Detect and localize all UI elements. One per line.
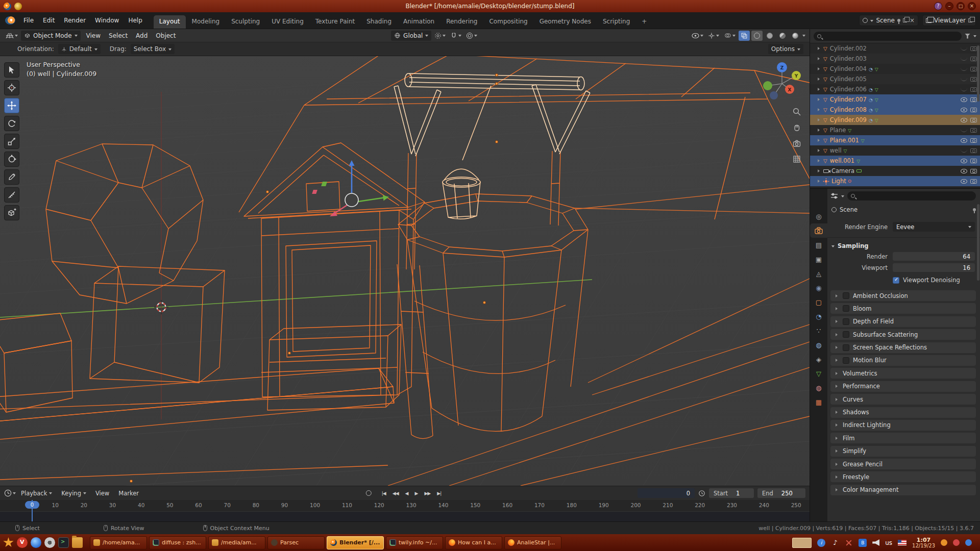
tab-object-data[interactable] xyxy=(810,366,827,381)
expand-icon[interactable] xyxy=(836,437,839,440)
object-name[interactable]: Cylinder.008 xyxy=(830,106,867,113)
workspace-tab[interactable]: Scripting xyxy=(597,15,635,29)
expand-icon[interactable] xyxy=(818,67,821,70)
object-name[interactable]: Camera xyxy=(831,167,854,174)
measure-tool[interactable] xyxy=(4,187,19,203)
render-visibility-icon[interactable] xyxy=(970,138,977,143)
properties-section-header[interactable]: Subsurface Scattering xyxy=(830,329,976,340)
visibility-eye-icon[interactable] xyxy=(961,169,967,173)
sampling-section-title[interactable]: Sampling xyxy=(838,242,869,249)
visibility-eye-closed-icon[interactable] xyxy=(961,47,967,51)
visibility-eye-icon[interactable] xyxy=(961,97,967,102)
overlays-toggle-button[interactable] xyxy=(722,31,737,41)
outliner-row[interactable]: Cylinder.008 xyxy=(810,105,980,115)
section-checkbox[interactable] xyxy=(843,357,849,364)
viewport-menu-item[interactable]: Select xyxy=(105,31,132,40)
expand-icon[interactable] xyxy=(836,359,839,362)
outliner-row[interactable]: Plane.001 xyxy=(810,135,980,145)
bluetooth-tray-icon[interactable] xyxy=(859,539,867,547)
section-checkbox[interactable] xyxy=(843,331,849,338)
taskbar-window-button[interactable]: /media/am... xyxy=(208,536,265,549)
visibility-eye-icon[interactable] xyxy=(961,159,967,163)
titlebar[interactable]: Blender* [/home/amalie/Desktop/blender/s… xyxy=(0,0,980,12)
tab-modifiers[interactable] xyxy=(810,309,827,323)
filter-icon[interactable] xyxy=(965,34,970,39)
expand-icon[interactable] xyxy=(818,78,821,81)
expand-icon[interactable] xyxy=(818,169,821,172)
scale-tool[interactable] xyxy=(4,134,19,149)
transport-button[interactable]: ▶▶ xyxy=(422,489,433,497)
menu-item[interactable]: Window xyxy=(91,15,123,26)
terminal-icon[interactable] xyxy=(58,537,69,548)
properties-section-header[interactable]: Shadows xyxy=(830,407,976,418)
render-visibility-icon[interactable] xyxy=(970,118,977,122)
mode-selector[interactable]: Object Mode xyxy=(21,31,81,41)
outliner-row[interactable]: Light xyxy=(810,176,980,186)
expand-icon[interactable] xyxy=(818,47,821,50)
shading-material-button[interactable] xyxy=(777,31,788,41)
outliner-row[interactable]: Cylinder.009 xyxy=(810,115,980,125)
properties-section-header[interactable]: Grease Pencil xyxy=(830,459,976,469)
keyboard-layout-indicator[interactable]: us xyxy=(885,539,892,546)
outliner-row[interactable]: Cylinder.002 xyxy=(810,43,980,54)
outliner-row[interactable]: Cylinder.003 xyxy=(810,54,980,64)
viewport-denoising-checkbox[interactable] xyxy=(893,277,899,284)
taskbar-window-button[interactable]: /home/ama... xyxy=(90,536,147,549)
auto-keying-toggle[interactable] xyxy=(366,490,372,496)
properties-search-input[interactable] xyxy=(847,191,976,201)
zoom-icon[interactable] xyxy=(792,107,801,116)
workspace-tab[interactable]: + xyxy=(636,15,652,29)
expand-icon[interactable] xyxy=(818,108,821,111)
status-dot-red-icon[interactable] xyxy=(953,539,960,546)
clipboard-tray-icon[interactable] xyxy=(845,539,853,547)
expand-icon[interactable] xyxy=(818,118,821,121)
shading-wireframe-button[interactable] xyxy=(751,31,763,41)
expand-icon[interactable] xyxy=(836,463,839,466)
properties-section-header[interactable]: Simplify xyxy=(830,446,976,457)
render-visibility-icon[interactable] xyxy=(970,108,977,112)
tab-view-layer[interactable] xyxy=(810,252,827,266)
blender-logo-icon[interactable] xyxy=(5,16,15,24)
orientation-setting-dropdown[interactable]: Default xyxy=(58,44,101,54)
chevron-down-icon[interactable] xyxy=(13,492,16,496)
tab-physics[interactable] xyxy=(810,338,827,352)
maximize-button[interactable] xyxy=(957,2,965,10)
transport-button[interactable]: ▶ xyxy=(412,489,421,497)
viewport-menu-item[interactable]: Object xyxy=(152,31,180,40)
vlc-icon[interactable] xyxy=(17,537,28,548)
samples-render-field[interactable]: 64 xyxy=(893,252,975,261)
expand-icon[interactable] xyxy=(836,333,839,336)
outliner-row[interactable]: Cylinder.006 xyxy=(810,84,980,94)
annotate-tool[interactable] xyxy=(4,169,19,185)
taskbar-window-button[interactable]: twily.info ~/... xyxy=(386,536,443,549)
pin-icon[interactable] xyxy=(897,19,900,22)
object-name[interactable]: Cylinder.002 xyxy=(830,45,867,52)
object-name[interactable]: Cylinder.009 xyxy=(830,116,867,123)
frame-start-field[interactable]: Start 1 xyxy=(709,488,754,498)
properties-section-header[interactable]: Screen Space Reflections xyxy=(830,342,976,353)
properties-section-header[interactable]: Motion Blur xyxy=(830,355,976,366)
object-name[interactable]: Light xyxy=(831,178,846,185)
expand-icon[interactable] xyxy=(818,98,821,101)
viewport-menu-item[interactable]: View xyxy=(82,31,105,40)
properties-section-header[interactable]: Color Management xyxy=(830,485,976,495)
expand-icon[interactable] xyxy=(836,307,839,310)
timeline-menu-item[interactable]: Marker xyxy=(114,488,143,498)
object-name[interactable]: well xyxy=(830,147,842,154)
tab-object[interactable] xyxy=(810,295,827,309)
section-expanded-icon[interactable] xyxy=(831,245,835,249)
select-box-tool[interactable] xyxy=(4,62,19,78)
expand-icon[interactable] xyxy=(836,346,839,349)
properties-section-header[interactable]: Freestyle xyxy=(830,471,976,482)
outliner-row[interactable]: Cylinder.005 xyxy=(810,74,980,84)
timeline-ruler[interactable]: 0 10 20 30 40 50 60 70 80 90 xyxy=(0,500,810,521)
navigation-gizmo[interactable]: Z Y X xyxy=(760,60,803,104)
xray-toggle-button[interactable] xyxy=(739,31,750,41)
unlink-icon[interactable] xyxy=(910,17,915,24)
object-name[interactable]: Cylinder.006 xyxy=(830,86,867,93)
tab-output[interactable] xyxy=(810,238,827,252)
timeline-menu-item[interactable]: View xyxy=(91,488,113,498)
properties-section-header[interactable]: Film xyxy=(830,433,976,443)
samples-viewport-field[interactable]: 16 xyxy=(893,263,975,272)
render-visibility-icon[interactable] xyxy=(970,46,977,51)
